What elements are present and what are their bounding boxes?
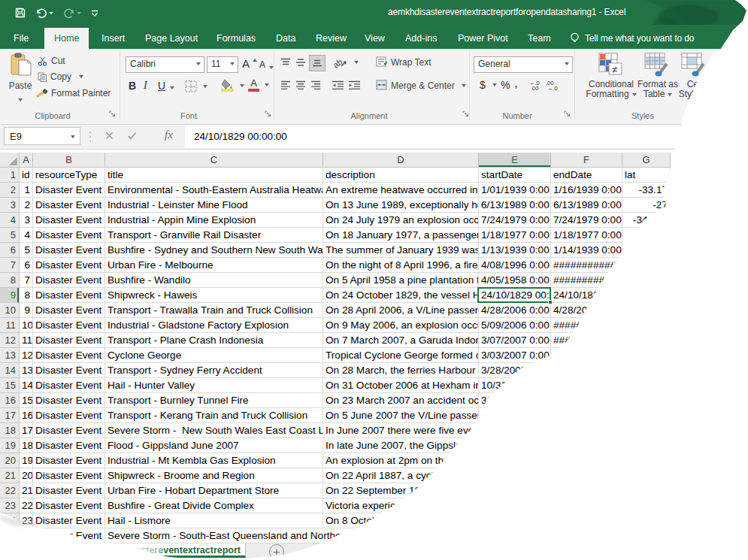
cell-B9[interactable]: Disaster Event bbox=[33, 288, 105, 303]
cell-A20[interactable]: 19 bbox=[20, 453, 33, 468]
name-box[interactable]: E9 bbox=[4, 127, 80, 145]
cell-A10[interactable]: 9 bbox=[20, 303, 33, 318]
row-header-14[interactable]: 14 bbox=[0, 363, 20, 378]
alignment-dialog-launcher[interactable] bbox=[462, 110, 469, 117]
cell-B20[interactable]: Disaster Event bbox=[33, 453, 105, 468]
cell-B21[interactable]: Disaster Event bbox=[33, 468, 105, 483]
new-sheet-button[interactable]: + bbox=[269, 544, 284, 559]
cell-A8[interactable]: 7 bbox=[20, 273, 33, 288]
cell-A14[interactable]: 13 bbox=[20, 363, 33, 378]
cell-C13[interactable]: Cyclone George bbox=[105, 348, 323, 363]
align-center-button[interactable] bbox=[295, 80, 306, 90]
column-header-E[interactable]: E bbox=[479, 153, 551, 168]
cancel-button[interactable] bbox=[105, 130, 114, 142]
row-header-16[interactable]: 16 bbox=[0, 393, 20, 408]
row-header-6[interactable]: 6 bbox=[0, 243, 20, 258]
cell-E15[interactable]: 10/31/2006 0:00 bbox=[479, 378, 551, 393]
cell-B17[interactable]: Disaster Event bbox=[33, 408, 105, 423]
insert-function-button[interactable]: fx bbox=[165, 129, 173, 141]
font-size-select[interactable]: 11 bbox=[207, 56, 238, 73]
cell-D8[interactable]: On 5 April 1958 a pine plantation fire bbox=[323, 273, 479, 288]
row-header-4[interactable]: 4 bbox=[0, 213, 20, 228]
cell-A3[interactable]: 2 bbox=[20, 198, 33, 213]
cell-A19[interactable]: 18 bbox=[20, 438, 33, 453]
cell-C8[interactable]: Bushfire - Wandilo bbox=[105, 273, 323, 288]
cell-G4[interactable]: -34.405 bbox=[622, 213, 671, 228]
row-header-11[interactable]: 11 bbox=[0, 318, 20, 333]
cell-B14[interactable]: Disaster Event bbox=[33, 363, 105, 378]
cell-D19[interactable]: In late June 2007, the Gippsland bbox=[323, 438, 479, 453]
ribbon-tab-formulas[interactable]: Formulas bbox=[207, 28, 265, 49]
cell-F7[interactable]: ############ bbox=[551, 258, 622, 273]
cell-F5[interactable]: 1/18/1977 0:00 bbox=[551, 228, 622, 243]
decrease-indent-button[interactable] bbox=[332, 80, 344, 90]
ribbon-tab-data[interactable]: Data bbox=[266, 28, 305, 49]
cell-F4[interactable]: 7/24/1979 0:00 bbox=[551, 213, 622, 228]
row-header-12[interactable]: 12 bbox=[0, 333, 20, 348]
cell-B13[interactable]: Disaster Event bbox=[33, 348, 105, 363]
cell-E7[interactable]: 4/08/1996 0:00 bbox=[479, 258, 551, 273]
row-header-7[interactable]: 7 bbox=[0, 258, 20, 273]
middle-align-button[interactable] bbox=[295, 58, 306, 68]
cell-D6[interactable]: The summer of January 1939 was one bbox=[323, 243, 479, 258]
conditional-formatting-button[interactable]: ≠ Conditional Formatting bbox=[580, 53, 642, 99]
increase-decimal-button[interactable]: ←.0.00 bbox=[529, 80, 543, 90]
cell-D23[interactable]: Victoria experienced bbox=[323, 498, 479, 513]
formula-input[interactable]: 24/10/1829 00:00:00 bbox=[185, 126, 748, 148]
ribbon-tab-team[interactable]: Team bbox=[518, 28, 561, 49]
cell-E6[interactable]: 1/13/1939 0:00 bbox=[479, 243, 551, 258]
cell-C12[interactable]: Transport - Plane Crash Indonesia bbox=[105, 333, 323, 348]
increase-font-button[interactable]: A bbox=[242, 57, 257, 70]
cell-A23[interactable]: 22 bbox=[20, 498, 33, 513]
wrap-text-button[interactable]: Wrap Text bbox=[376, 56, 432, 68]
underline-button[interactable]: U bbox=[158, 80, 165, 92]
cell-A11[interactable]: 10 bbox=[20, 318, 33, 333]
cell-D12[interactable]: On 7 March 2007, a Garuda Indonesia bbox=[323, 333, 479, 348]
cell-B16[interactable]: Disaster Event bbox=[33, 393, 105, 408]
cell-styles-button[interactable]: Cell Styles bbox=[675, 53, 714, 99]
fill-handle[interactable] bbox=[548, 300, 553, 304]
cell-B25[interactable]: Disaster Event bbox=[33, 528, 105, 543]
cell-E16[interactable]: 3/23/2007 0:00 bbox=[479, 393, 551, 408]
cell-C19[interactable]: Flood - Gippsland June 2007 bbox=[105, 438, 323, 453]
bottom-align-button[interactable] bbox=[310, 56, 325, 71]
cell-E10[interactable]: 4/28/2006 0:00 bbox=[479, 303, 551, 318]
name-box-dropdown-icon[interactable] bbox=[71, 135, 75, 138]
column-header-G[interactable]: G bbox=[622, 153, 671, 168]
borders-dropdown-icon[interactable] bbox=[203, 85, 207, 88]
row-header-19[interactable]: 19 bbox=[0, 438, 20, 453]
underline-dropdown-icon[interactable] bbox=[170, 86, 174, 89]
cell-B12[interactable]: Disaster Event bbox=[33, 333, 105, 348]
font-color-button[interactable]: A bbox=[248, 78, 269, 92]
cell-D13[interactable]: Tropical Cyclone George formed off bbox=[323, 348, 479, 363]
cell-D24[interactable]: On 8 October bbox=[323, 513, 479, 528]
cell-C24[interactable]: Hail - Lismore bbox=[105, 513, 323, 528]
cell-B8[interactable]: Disaster Event bbox=[33, 273, 105, 288]
ribbon-tab-power-pivot[interactable]: Power Pivot bbox=[448, 28, 518, 49]
fill-color-dropdown-icon[interactable] bbox=[240, 84, 244, 87]
cell-E8[interactable]: 4/05/1958 0:00 bbox=[479, 273, 551, 288]
font-dialog-launcher[interactable] bbox=[265, 110, 271, 117]
cell-D14[interactable]: On 28 March, the ferries Harbour Cat bbox=[323, 363, 479, 378]
row-header-20[interactable]: 20 bbox=[0, 453, 20, 468]
cell-C7[interactable]: Urban Fire - Melbourne bbox=[105, 258, 323, 273]
cell-C20[interactable]: Industrial - Mt Kembla Gas Explosion bbox=[105, 453, 323, 468]
cell-C11[interactable]: Industrial - Gladstone Factory Explosion bbox=[105, 318, 323, 333]
align-left-button[interactable] bbox=[280, 80, 291, 90]
cell-D17[interactable]: On 5 June 2007 the V/Line passenger bbox=[323, 408, 479, 423]
formula-bar-resize-handle[interactable] bbox=[89, 132, 92, 142]
cell-D3[interactable]: On 13 June 1989, exceptionally heavy bbox=[323, 198, 479, 213]
top-align-button[interactable] bbox=[280, 58, 291, 68]
cell-G2[interactable]: -33.17 bbox=[622, 183, 671, 198]
cell-B6[interactable]: Disaster Event bbox=[33, 243, 105, 258]
row-header-24[interactable]: 24 bbox=[0, 513, 20, 528]
cell-B7[interactable]: Disaster Event bbox=[33, 258, 105, 273]
column-header-C[interactable]: C bbox=[105, 153, 323, 168]
cell-B4[interactable]: Disaster Event bbox=[33, 213, 105, 228]
cell-B10[interactable]: Disaster Event bbox=[33, 303, 105, 318]
ribbon-tab-insert[interactable]: Insert bbox=[92, 28, 135, 49]
cell-A1[interactable]: id bbox=[20, 168, 33, 183]
cell-F10[interactable]: 4/28/2006 0:00 bbox=[551, 303, 622, 318]
cell-D2[interactable]: An extreme heatwave occurred in bbox=[323, 183, 479, 198]
decrease-font-button[interactable]: A bbox=[259, 59, 273, 70]
